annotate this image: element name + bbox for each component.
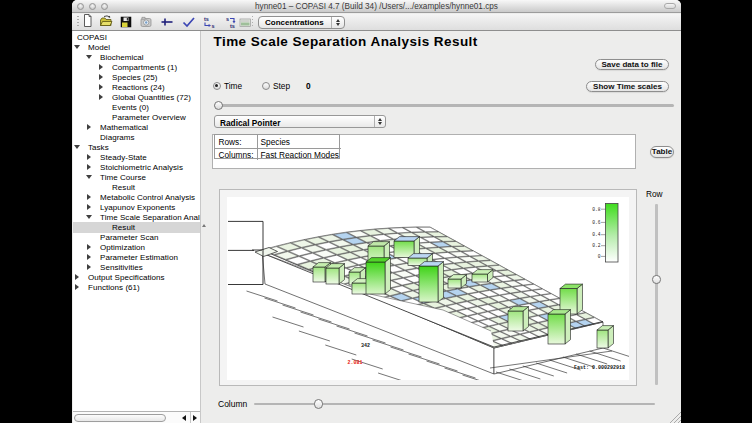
svg-text:342: 342 (361, 343, 370, 349)
svg-text:ts: ts (204, 16, 209, 22)
svg-text:0: 0 (598, 254, 601, 259)
svg-text:ts: ts (230, 23, 235, 29)
svg-text:s: s (212, 23, 215, 29)
svg-text:2.081: 2.081 (348, 360, 363, 366)
svg-text:0.6: 0.6 (592, 220, 601, 225)
svg-text:s: s (226, 16, 229, 22)
svg-text:Fast: 0.000292918: Fast: 0.000292918 (574, 365, 625, 371)
svg-text:0.4: 0.4 (592, 232, 601, 237)
svg-text:0.2: 0.2 (592, 243, 601, 248)
svg-text:0.8: 0.8 (592, 207, 601, 212)
